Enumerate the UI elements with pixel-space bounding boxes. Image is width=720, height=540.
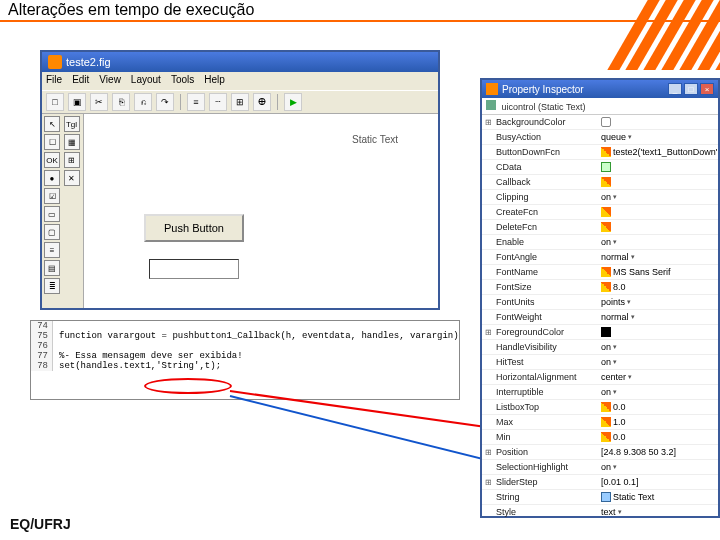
property-value[interactable]: Static Text (613, 492, 654, 502)
property-value[interactable]: 1.0 (613, 417, 626, 427)
toolbar-button[interactable]: ⴲ (253, 93, 271, 111)
palette-tool[interactable]: ● (44, 170, 60, 186)
edit-icon[interactable] (601, 267, 611, 277)
code-line[interactable]: 74 (31, 321, 459, 331)
property-value[interactable]: MS Sans Serif (613, 267, 671, 277)
property-row-cdata[interactable]: CData (482, 160, 718, 175)
property-value[interactable]: points (601, 297, 625, 307)
palette-tool[interactable]: ⊞ (64, 152, 80, 168)
menu-file[interactable]: File (46, 74, 62, 88)
property-value[interactable]: on (601, 342, 611, 352)
property-row-foregroundcolor[interactable]: ⊞ForegroundColor (482, 325, 718, 340)
edit-icon[interactable] (601, 177, 611, 187)
edit-icon[interactable] (601, 222, 611, 232)
color-black-icon[interactable] (601, 327, 611, 337)
property-value[interactable]: on (601, 387, 611, 397)
expand-icon[interactable]: ⊞ (482, 478, 494, 487)
palette-tool[interactable]: ▭ (44, 206, 60, 222)
property-value[interactable]: teste2('text1_ButtonDown' (613, 147, 718, 157)
property-value-cell[interactable]: text▾ (599, 507, 718, 517)
code-editor[interactable]: 7475function varargout = pushbutton1_Cal… (30, 320, 460, 400)
dropdown-icon[interactable]: ▾ (627, 298, 635, 306)
expand-icon[interactable]: ⊞ (482, 118, 494, 127)
toolbar-button[interactable]: ⵈ (209, 93, 227, 111)
property-value-cell[interactable]: normal▾ (599, 312, 718, 322)
property-row-max[interactable]: Max1.0 (482, 415, 718, 430)
code-line[interactable]: 78set(handles.text1,'String',t); (31, 361, 459, 371)
code-line[interactable]: 76 (31, 341, 459, 351)
property-value-cell[interactable] (599, 327, 718, 337)
property-value[interactable]: on (601, 357, 611, 367)
property-value[interactable]: [0.01 0.1] (601, 477, 639, 487)
edit-icon[interactable] (601, 207, 611, 217)
canvas-push-button[interactable]: Push Button (144, 214, 244, 242)
palette-tool[interactable]: ▦ (64, 134, 80, 150)
color-icon[interactable] (601, 117, 611, 127)
palette-tool[interactable]: ≡ (44, 242, 60, 258)
menu-help[interactable]: Help (204, 74, 225, 88)
toolbar-button[interactable]: ✂ (90, 93, 108, 111)
dropdown-icon[interactable]: ▾ (613, 463, 621, 471)
property-row-fontname[interactable]: FontNameMS Sans Serif (482, 265, 718, 280)
menu-edit[interactable]: Edit (72, 74, 89, 88)
property-row-listboxtop[interactable]: ListboxTop0.0 (482, 400, 718, 415)
property-value-cell[interactable] (599, 117, 718, 127)
property-value[interactable]: queue (601, 132, 626, 142)
property-row-busyaction[interactable]: BusyActionqueue▾ (482, 130, 718, 145)
property-row-interruptible[interactable]: Interruptibleon▾ (482, 385, 718, 400)
expand-icon[interactable]: ⊞ (482, 448, 494, 457)
property-value-cell[interactable]: 0.0 (599, 402, 718, 412)
toolbar-button[interactable]: ▶ (284, 93, 302, 111)
palette-tool[interactable]: ▤ (44, 260, 60, 276)
property-row-handlevisibility[interactable]: HandleVisibilityon▾ (482, 340, 718, 355)
property-value-cell[interactable]: on▾ (599, 342, 718, 352)
palette-tool[interactable]: Tgl (64, 116, 80, 132)
code-text[interactable] (53, 341, 59, 351)
property-value[interactable]: on (601, 192, 611, 202)
property-value[interactable]: 8.0 (613, 282, 626, 292)
property-row-string[interactable]: StringStatic Text (482, 490, 718, 505)
dropdown-icon[interactable]: ▾ (613, 388, 621, 396)
expand-icon[interactable]: ⊞ (482, 328, 494, 337)
edit-icon[interactable] (601, 432, 611, 442)
property-value-cell[interactable]: 0.0 (599, 432, 718, 442)
property-value-cell[interactable]: [24.8 9.308 50 3.2] (599, 447, 718, 457)
property-row-fontangle[interactable]: FontAnglenormal▾ (482, 250, 718, 265)
property-row-horizontalalignment[interactable]: HorizontalAlignmentcenter▾ (482, 370, 718, 385)
property-row-position[interactable]: ⊞Position[24.8 9.308 50 3.2] (482, 445, 718, 460)
property-row-sliderstep[interactable]: ⊞SliderStep[0.01 0.1] (482, 475, 718, 490)
edit-icon[interactable] (601, 402, 611, 412)
code-line[interactable]: 75function varargout = pushbutton1_Callb… (31, 331, 459, 341)
dropdown-icon[interactable]: ▾ (631, 313, 639, 321)
dropdown-icon[interactable]: ▾ (631, 253, 639, 261)
palette-tool[interactable]: ☐ (44, 134, 60, 150)
toolbar-button[interactable]: ≡ (187, 93, 205, 111)
inspector-property-table[interactable]: ⊞BackgroundColorBusyActionqueue▾ButtonDo… (482, 115, 718, 517)
property-value-cell[interactable]: queue▾ (599, 132, 718, 142)
property-row-callback[interactable]: Callback (482, 175, 718, 190)
property-value-cell[interactable]: center▾ (599, 372, 718, 382)
menu-view[interactable]: View (99, 74, 121, 88)
dropdown-icon[interactable]: ▾ (613, 358, 621, 366)
dropdown-icon[interactable]: ▾ (618, 508, 626, 516)
list-icon[interactable] (601, 492, 611, 502)
toolbar-button[interactable]: □ (46, 93, 64, 111)
property-value[interactable]: on (601, 237, 611, 247)
toolbar-button[interactable]: ▣ (68, 93, 86, 111)
property-value-cell[interactable]: on▾ (599, 237, 718, 247)
property-value-cell[interactable]: 1.0 (599, 417, 718, 427)
property-value-cell[interactable]: MS Sans Serif (599, 267, 718, 277)
property-value-cell[interactable]: Static Text (599, 492, 718, 502)
palette-tool[interactable]: ▢ (44, 224, 60, 240)
property-row-buttondownfcn[interactable]: ButtonDownFcnteste2('text1_ButtonDown' (482, 145, 718, 160)
palette-tool[interactable]: OK (44, 152, 60, 168)
property-row-selectionhighlight[interactable]: SelectionHighlighton▾ (482, 460, 718, 475)
property-row-createfcn[interactable]: CreateFcn (482, 205, 718, 220)
palette-tool[interactable]: ☑ (44, 188, 60, 204)
property-row-deletefcn[interactable]: DeleteFcn (482, 220, 718, 235)
palette-tool[interactable]: ✕ (64, 170, 80, 186)
property-value-cell[interactable]: on▾ (599, 357, 718, 367)
guide-canvas[interactable]: Static Text Push Button (84, 114, 438, 308)
dropdown-icon[interactable]: ▾ (613, 238, 621, 246)
maximize-button[interactable]: □ (684, 83, 698, 95)
